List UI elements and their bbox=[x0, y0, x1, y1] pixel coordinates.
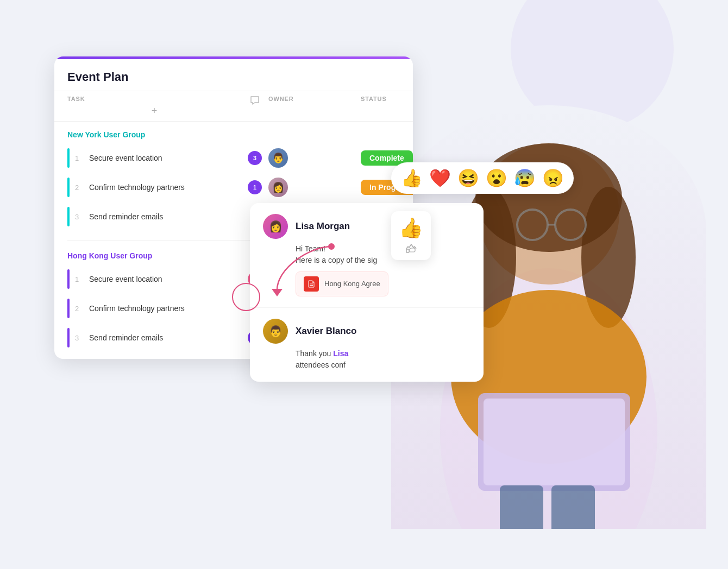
emoji-surprised[interactable]: 😮 bbox=[486, 168, 507, 188]
message-text-xavier: Thank you Lisa attendees conf bbox=[263, 348, 470, 371]
avatar-xavier: 👨 bbox=[263, 319, 288, 344]
xavier-line2: attendees conf bbox=[296, 361, 346, 369]
task-num: 3 bbox=[75, 334, 84, 342]
col-owner-label: OWNER bbox=[268, 96, 361, 105]
task-bar-teal bbox=[67, 178, 70, 197]
task-name: Confirm technology partners bbox=[89, 183, 185, 192]
card-title: Event Plan bbox=[67, 70, 128, 84]
message-line2: Here is a copy of the sig bbox=[296, 256, 377, 264]
emoji-heart[interactable]: ❤️ bbox=[429, 168, 451, 188]
task-num: 2 bbox=[75, 305, 84, 313]
chat-message-lisa: 👩 Lisa Morgan Hi Team! Here is a copy of… bbox=[250, 203, 484, 308]
task-name: Send reminder emails bbox=[89, 333, 163, 342]
chat-message-xavier: 👨 Xavier Blanco Thank you Lisa attendees… bbox=[250, 308, 484, 382]
emoji-sweat[interactable]: 😰 bbox=[514, 168, 536, 188]
attachment-name: Hong Kong Agree bbox=[324, 279, 380, 289]
task-num: 1 bbox=[75, 275, 84, 283]
task-name: Confirm technology partners bbox=[89, 304, 185, 313]
add-column-button[interactable]: + bbox=[67, 105, 241, 117]
emoji-laugh[interactable]: 😆 bbox=[457, 168, 479, 188]
thumbs-up-icon[interactable] bbox=[405, 243, 417, 255]
table-header: TASK OWNER STATUS DATE FILE + bbox=[54, 91, 413, 122]
thumbs-up-emoji: 👍 bbox=[399, 217, 423, 239]
mention-lisa: Lisa bbox=[333, 349, 348, 358]
avatar-lisa: 👩 bbox=[263, 214, 288, 239]
task-name: Send reminder emails bbox=[89, 212, 163, 221]
svg-rect-7 bbox=[484, 399, 625, 485]
reaction-bubble[interactable]: 👍 bbox=[391, 211, 431, 260]
task-name: Secure event location bbox=[89, 275, 162, 283]
group-ny-label: New York User Group bbox=[54, 128, 413, 143]
chat-panel: 👩 Lisa Morgan Hi Team! Here is a copy of… bbox=[250, 203, 484, 382]
task-name: Secure event location bbox=[89, 154, 162, 162]
sender-lisa: Lisa Morgan bbox=[296, 221, 350, 232]
sender-xavier: Xavier Blanco bbox=[296, 326, 356, 337]
task-num: 2 bbox=[75, 184, 84, 192]
table-row: 2 Confirm technology partners 1 👩 In Pro… bbox=[54, 173, 413, 202]
comment-badge[interactable]: 1 bbox=[248, 180, 262, 194]
xavier-line1: Thank you Lisa bbox=[296, 349, 348, 358]
message-line1: Hi Team! bbox=[296, 244, 325, 253]
task-num: 1 bbox=[75, 154, 84, 162]
svg-rect-12 bbox=[551, 485, 595, 529]
svg-rect-15 bbox=[406, 249, 409, 252]
col-status-label: STATUS bbox=[361, 96, 413, 105]
emoji-reaction-bar: 👍 ❤️ 😆 😮 😰 😠 bbox=[391, 162, 574, 194]
emoji-angry[interactable]: 😠 bbox=[542, 168, 564, 188]
col-comment-label bbox=[241, 96, 268, 105]
task-bar-purple bbox=[67, 299, 70, 318]
col-task-label: TASK bbox=[67, 96, 241, 105]
comment-badge[interactable]: 3 bbox=[248, 151, 262, 165]
emoji-thumbs-up[interactable]: 👍 bbox=[401, 168, 423, 188]
table-row: 1 Secure event location 3 👨 Complete Mar… bbox=[54, 143, 413, 173]
task-bar-purple bbox=[67, 328, 70, 347]
avatar: 👩 bbox=[268, 178, 288, 197]
avatar: 👨 bbox=[268, 148, 288, 168]
attachment[interactable]: Hong Kong Agree bbox=[296, 271, 388, 296]
message-text-lisa: Hi Team! Here is a copy of the sig Hong … bbox=[263, 243, 470, 296]
svg-rect-11 bbox=[500, 485, 543, 529]
task-bar-teal bbox=[67, 148, 70, 168]
card-header: Event Plan bbox=[54, 59, 413, 91]
task-num: 3 bbox=[75, 213, 84, 221]
task-bar-purple bbox=[67, 269, 70, 289]
pdf-icon bbox=[304, 276, 319, 292]
task-bar-teal bbox=[67, 207, 70, 226]
